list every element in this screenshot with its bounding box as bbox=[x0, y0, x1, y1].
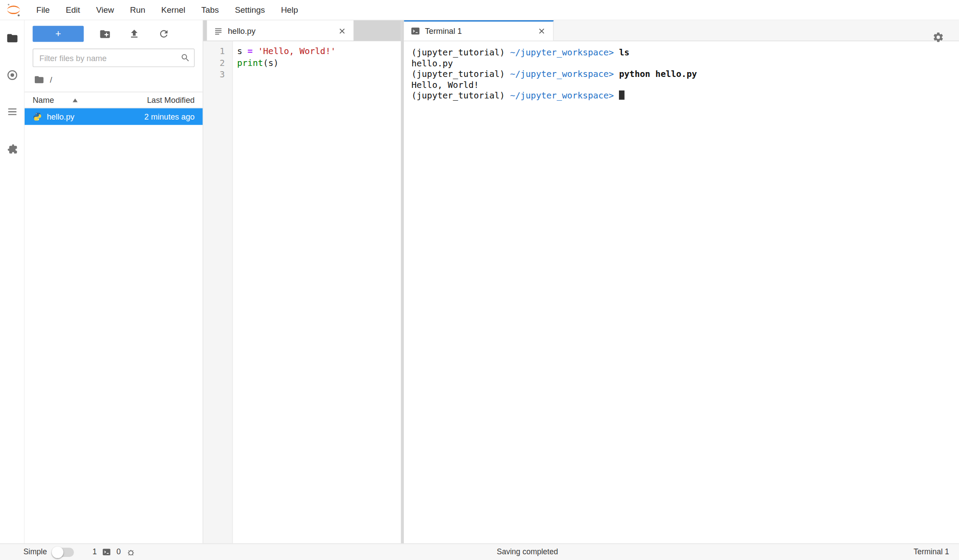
line-number: 2 bbox=[203, 57, 225, 69]
kernels-count: 0 bbox=[117, 548, 121, 556]
text-file-icon bbox=[214, 26, 223, 36]
menu-file[interactable]: File bbox=[28, 5, 58, 15]
file-row-hello-py[interactable]: hello.py 2 minutes ago bbox=[25, 108, 203, 125]
menu-view[interactable]: View bbox=[88, 5, 122, 15]
new-folder-icon[interactable] bbox=[90, 26, 119, 42]
status-bar: Simple 1 0 Saving completed Terminal 1 bbox=[0, 543, 959, 560]
file-list-header: Name Last Modified bbox=[25, 92, 203, 109]
terminals-count: 1 bbox=[92, 548, 97, 556]
upload-icon[interactable] bbox=[120, 26, 149, 42]
close-tab-icon[interactable] bbox=[337, 26, 347, 36]
settings-gear-icon[interactable] bbox=[933, 31, 944, 45]
editor-tab-bar: hello.py bbox=[203, 20, 401, 41]
search-icon bbox=[180, 53, 190, 65]
new-launcher-button[interactable]: + bbox=[33, 26, 84, 42]
terminal-line: (jupyter_tutorial) ~/jupyter_workspace> … bbox=[411, 47, 954, 58]
filter-files-input[interactable] bbox=[33, 49, 194, 67]
file-modified: 2 minutes ago bbox=[144, 112, 194, 121]
refresh-icon[interactable] bbox=[149, 26, 179, 42]
split-handle[interactable] bbox=[401, 20, 404, 543]
terminal-cursor bbox=[619, 91, 625, 100]
menu-edit[interactable]: Edit bbox=[58, 5, 88, 15]
terminal-line: Hello, World! bbox=[411, 80, 954, 91]
activity-bar bbox=[0, 20, 25, 543]
jupyter-logo-icon bbox=[6, 3, 21, 18]
terminal-tab-bar: Terminal 1 bbox=[404, 20, 959, 41]
terminal-output[interactable]: (jupyter_tutorial) ~/jupyter_workspace> … bbox=[404, 41, 959, 543]
status-message: Saving completed bbox=[497, 548, 558, 556]
code-editor[interactable]: 1 2 3 s = 'Hello, World!' print(s) bbox=[203, 41, 401, 543]
breadcrumb-root[interactable]: / bbox=[50, 75, 52, 84]
terminal-pane: Terminal 1 (jupyter_tutorial) ~/jupyter_… bbox=[404, 20, 959, 543]
close-tab-icon[interactable] bbox=[536, 26, 546, 36]
file-listing: hello.py 2 minutes ago bbox=[25, 108, 203, 543]
menu-help[interactable]: Help bbox=[273, 5, 306, 15]
file-browser-panel: + / bbox=[25, 20, 203, 543]
line-number-gutter: 1 2 3 bbox=[203, 41, 233, 543]
editor-pane: hello.py 1 2 3 s = 'Hello, World!' pr bbox=[203, 20, 401, 543]
jupyterlab-window: File Edit View Run Kernel Tabs Settings … bbox=[0, 0, 959, 560]
file-name: hello.py bbox=[47, 112, 74, 121]
running-sessions-status[interactable]: 1 0 bbox=[92, 547, 135, 556]
breadcrumb-home-folder-icon[interactable] bbox=[34, 74, 44, 85]
python-file-icon bbox=[33, 112, 42, 121]
simple-mode-label: Simple bbox=[23, 548, 47, 556]
tab-label: hello.py bbox=[228, 26, 256, 36]
code-line: s = 'Hello, World!' bbox=[237, 46, 401, 58]
app-root: File Edit View Run Kernel Tabs Settings … bbox=[0, 0, 959, 560]
sort-ascending-caret-icon bbox=[73, 98, 77, 102]
terminal-line: (jupyter_tutorial) ~/jupyter_workspace> … bbox=[411, 69, 954, 80]
extension-manager-icon[interactable] bbox=[5, 142, 19, 156]
menu-bar: File Edit View Run Kernel Tabs Settings … bbox=[0, 0, 959, 20]
code-line bbox=[237, 69, 401, 81]
filter-files-box bbox=[33, 49, 194, 67]
line-number: 1 bbox=[203, 46, 225, 58]
tab-label: Terminal 1 bbox=[425, 26, 462, 36]
terminal-icon bbox=[411, 26, 420, 36]
tab-hello-py[interactable]: hello.py bbox=[207, 20, 353, 40]
terminal-line: hello.py bbox=[411, 58, 954, 69]
menu-run[interactable]: Run bbox=[122, 5, 153, 15]
kernels-bug-icon bbox=[126, 547, 135, 556]
column-last-modified[interactable]: Last Modified bbox=[147, 95, 194, 105]
menu-tabs[interactable]: Tabs bbox=[193, 5, 227, 15]
toggle-knob bbox=[52, 546, 64, 558]
file-browser-icon[interactable] bbox=[5, 31, 19, 45]
terminal-line: (jupyter_tutorial) ~/jupyter_workspace> bbox=[411, 91, 954, 102]
main-area: + / bbox=[0, 20, 959, 543]
tab-terminal-1[interactable]: Terminal 1 bbox=[404, 20, 553, 40]
code-line: print(s) bbox=[237, 57, 401, 69]
table-of-contents-icon[interactable] bbox=[5, 105, 19, 119]
menu-settings[interactable]: Settings bbox=[227, 5, 273, 15]
running-sessions-icon[interactable] bbox=[5, 68, 19, 82]
dock-panel: hello.py 1 2 3 s = 'Hello, World!' pr bbox=[203, 20, 959, 543]
code-content[interactable]: s = 'Hello, World!' print(s) bbox=[233, 41, 401, 543]
line-number: 3 bbox=[203, 69, 225, 81]
simple-mode-toggle[interactable] bbox=[53, 547, 74, 556]
status-context: Terminal 1 bbox=[914, 548, 949, 556]
terminal-icon bbox=[102, 548, 111, 556]
menu-kernel[interactable]: Kernel bbox=[153, 5, 193, 15]
column-name[interactable]: Name bbox=[33, 95, 54, 105]
file-browser-toolbar: + bbox=[25, 20, 203, 43]
breadcrumb: / bbox=[25, 67, 203, 92]
